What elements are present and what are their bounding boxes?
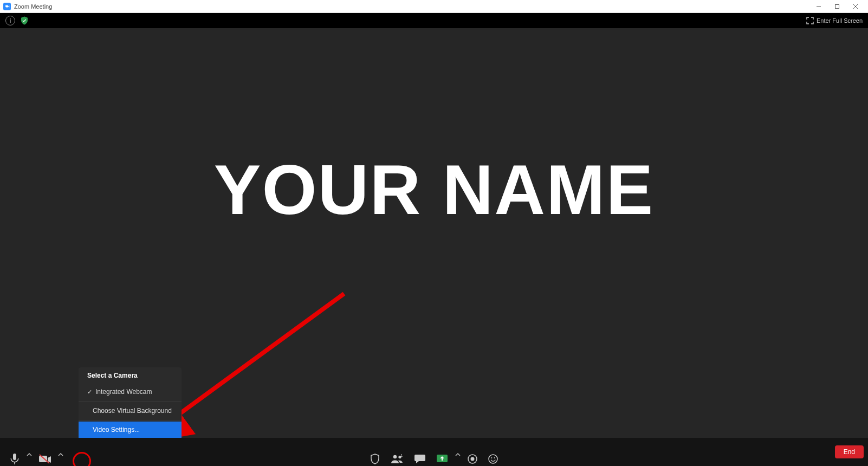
participants-button[interactable]: 1: [385, 438, 409, 466]
camera-menu-item-video-settings[interactable]: Video Settings...: [79, 422, 182, 438]
window-minimize-button[interactable]: [809, 0, 828, 13]
camera-menu-item-integrated[interactable]: Integrated Webcam: [79, 384, 182, 400]
window-title: Zoom Meeting: [14, 3, 52, 10]
window-titlebar: Zoom Meeting: [0, 0, 868, 13]
window-maximize-button[interactable]: [828, 0, 846, 13]
camera-icon: [39, 453, 51, 465]
share-screen-button[interactable]: [431, 438, 454, 466]
microphone-icon: [10, 453, 20, 465]
start-video-button[interactable]: [34, 438, 56, 466]
camera-menu-header: Select a Camera: [79, 367, 182, 384]
camera-menu-separator: [79, 401, 182, 402]
svg-point-13: [491, 457, 492, 458]
share-options-caret[interactable]: [454, 452, 462, 466]
svg-text:1: 1: [401, 454, 403, 457]
annotation-red-circle: [73, 452, 91, 466]
camera-options-menu: Select a Camera Integrated Webcam Choose…: [79, 367, 182, 438]
chat-button[interactable]: [409, 438, 431, 466]
participant-display-name: YOUR NAME: [214, 149, 654, 230]
meeting-info-icon[interactable]: i: [5, 16, 15, 25]
svg-point-12: [489, 455, 497, 463]
record-icon: [468, 453, 477, 465]
video-stage: YOUR NAME Select a Camera Integrated Web…: [0, 28, 868, 438]
svg-rect-1: [835, 4, 839, 8]
zoom-app-icon: [3, 3, 11, 10]
record-button[interactable]: [462, 438, 483, 466]
camera-menu-separator: [79, 420, 182, 420]
svg-point-6: [393, 455, 397, 458]
end-meeting-button[interactable]: End: [835, 445, 864, 458]
reactions-icon: [488, 453, 498, 465]
meeting-topbar: i Enter Full Screen: [0, 13, 868, 28]
reactions-button[interactable]: [483, 438, 503, 466]
participants-icon: 1: [391, 453, 404, 465]
enter-fullscreen-button[interactable]: Enter Full Screen: [806, 17, 863, 24]
camera-menu-item-virtual-bg[interactable]: Choose Virtual Background: [79, 403, 182, 419]
mute-button[interactable]: [4, 438, 25, 466]
fullscreen-icon: [806, 17, 814, 24]
audio-options-caret[interactable]: [25, 452, 34, 466]
video-options-caret[interactable]: [56, 452, 65, 466]
svg-point-11: [471, 457, 475, 461]
svg-point-14: [494, 457, 495, 458]
share-screen-icon: [436, 453, 448, 465]
svg-line-4: [173, 294, 344, 418]
window-close-button[interactable]: [846, 0, 865, 13]
encryption-shield-icon[interactable]: [20, 16, 29, 25]
security-button[interactable]: [365, 438, 385, 466]
enter-fullscreen-label: Enter Full Screen: [817, 17, 863, 24]
chat-icon: [414, 453, 425, 465]
security-shield-icon: [370, 453, 380, 465]
meeting-controls-bar: 1 End: [0, 438, 868, 466]
